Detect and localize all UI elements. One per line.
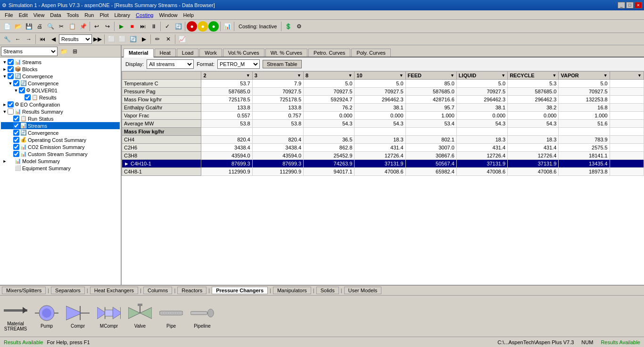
fwd-btn[interactable]: → [24,34,34,44]
col-dropdown-10[interactable]: ▼ [399,73,404,78]
check-streams-root[interactable] [8,59,14,65]
menu-run[interactable]: Run [82,11,97,19]
menu-help[interactable]: Help [181,11,197,19]
paste-btn[interactable]: 📌 [78,21,88,32]
stream-table-btn[interactable]: Stream Table [263,60,302,68]
menu-tools[interactable]: Tools [64,11,82,19]
tab-vol-curves[interactable]: Vol.% Curves [223,49,264,57]
tree-grid-btn[interactable]: ⊞ [70,46,80,57]
col-header-liquid[interactable]: LIQUID▼ [456,72,507,80]
tree-item-blocks[interactable]: ► 📦 Blocks [1,66,120,73]
menu-window[interactable]: Window [156,11,180,19]
col-header-extra[interactable]: ▼ [610,72,644,80]
expand-streams[interactable]: ▼ [2,59,8,65]
expand-custom-stream[interactable] [8,151,13,157]
expand-solver01[interactable]: ▼ [13,88,19,93]
stream-btn[interactable]: ● [187,21,197,32]
col-header-feed[interactable]: FEED▼ [405,72,456,80]
results-select[interactable]: Results [59,34,92,44]
expand-model-summary[interactable]: ► [2,158,8,164]
col-dropdown-vapor[interactable]: ▼ [603,73,608,78]
expand-equipment-summary[interactable] [2,165,8,171]
t3-btn[interactable]: 🔄 [128,34,138,44]
tab-mixers[interactable]: Mixers/Splitters [2,287,46,294]
tree-item-results-summary[interactable]: ▼ 📊 Results Summary [1,108,120,115]
tab-reactors[interactable]: Reactors [177,287,206,294]
first-btn[interactable]: ⏮ [37,34,48,44]
costing-btn[interactable]: 💲 [283,21,293,32]
table-row[interactable]: C3H843594.043594.025452.912726.430867.61… [122,152,644,160]
check-convergence[interactable] [8,73,14,79]
table-row[interactable]: Temperature C53.77.95.05.085.05.05.35.0 [122,80,644,88]
print-btn[interactable]: 🖨 [34,21,45,32]
tree-item-convergence[interactable]: ▼ 🔄 Convergence [1,73,120,80]
menu-file[interactable]: File [2,11,16,19]
t1-btn[interactable]: ⬜ [106,34,116,44]
tab-solids[interactable]: Solids [316,287,339,294]
save-btn[interactable]: 💾 [24,21,34,32]
unit-mcompr[interactable]: MCompr [97,304,121,329]
tab-user-models[interactable]: User Models [344,287,382,294]
col-dropdown-feed[interactable]: ▼ [450,73,454,78]
minimize-btn[interactable]: _ [618,2,625,8]
tree-item-convergence2[interactable]: 🔄 Convergence [1,129,120,136]
sensitivity-btn[interactable]: 📊 [222,21,232,32]
menu-edit[interactable]: Edit [16,11,31,19]
tree-item-results[interactable]: 📋 Results [1,94,120,101]
col-dropdown-extra[interactable]: ▼ [637,73,642,78]
new-btn[interactable]: 📄 [2,21,12,32]
table-row[interactable]: ► C4H10-187699.387699.374263.937131.9505… [122,160,644,168]
close2-btn[interactable]: ✕ [163,34,173,44]
expand-results[interactable] [19,95,25,100]
table-row[interactable]: Average MW53.853.854.354.353.454.354.351… [122,120,644,128]
col-dropdown-recycle[interactable]: ▼ [553,73,557,78]
preview-btn[interactable]: 🔍 [45,21,56,32]
col-header-10[interactable]: 10▼ [355,72,405,80]
expand-streams-sub[interactable] [8,123,13,129]
tree-item-run-status[interactable]: 📋 Run Status [1,115,120,122]
edit-btn[interactable]: ✏ [152,34,163,44]
tree-item-convergence-child[interactable]: ▼ 🔄 Convergence [1,80,120,87]
table-row[interactable]: CH4820.4820.436.518.3802.118.318.3783.9 [122,136,644,144]
expand-eo-config[interactable]: ► [2,102,8,107]
maximize-btn[interactable]: □ [626,2,634,8]
tree-item-streams-root[interactable]: ▼ 📊 Streams [1,58,120,66]
tree-item-equipment-summary[interactable]: ⬜ Equipment Summary [1,165,120,172]
data-table-container[interactable]: 2▼ 3▼ 8▼ 10▼ FEED▼ LIQUID▼ RECYCLE▼ VAPO… [122,71,644,285]
tree-item-eo-config[interactable]: ► ⚙ EO Configuration [1,101,120,108]
reinit-btn[interactable]: 🔄 [173,21,183,32]
tree-folder-btn[interactable]: 📁 [58,46,69,57]
check-blocks[interactable] [8,66,14,72]
format-select[interactable]: PETRO_M [217,59,260,69]
menu-plot[interactable]: Plot [97,11,111,19]
expand-run-status[interactable] [8,116,13,122]
menu-library[interactable]: Library [111,11,133,19]
prev-btn[interactable]: ◀ [48,34,58,44]
check-btn[interactable]: ✓ [162,21,173,32]
table-row[interactable]: C2H63438.43438.4862.8431.43007.0431.4431… [122,144,644,152]
tree-item-solver01[interactable]: ▼ ⚙ $OLVER01 [1,87,120,94]
expand-blocks[interactable]: ► [2,66,8,72]
expand-co2-emission[interactable] [8,144,13,150]
chart-btn[interactable]: 📈 [177,34,187,44]
close-btn[interactable]: ✕ [635,2,642,8]
table-row[interactable]: C4H8-1112990.9112990.994017.147008.66598… [122,168,644,176]
expand-operating-cost[interactable] [8,137,13,143]
stop-btn[interactable]: ■ [127,21,137,32]
col-dropdown-2[interactable]: ▼ [246,73,250,78]
col-header-recycle[interactable]: RECYCLE▼ [508,72,559,80]
tree-type-select[interactable]: Streams Blocks [1,47,58,56]
unit-material[interactable]: MaterialSTREAMS [4,301,27,331]
t2-btn[interactable]: ⬜ [117,34,127,44]
redo-btn[interactable]: ↪ [102,21,113,32]
col-dropdown-liquid[interactable]: ▼ [501,73,505,78]
check-results-summary[interactable] [8,108,14,115]
tree-item-custom-stream[interactable]: 📊 Custom Stream Summary [1,150,120,157]
tab-wt-curves[interactable]: Wt. % Curves [265,49,307,57]
unit-pump[interactable]: Pump [35,304,58,329]
menu-view[interactable]: View [31,11,48,19]
tab-heat[interactable]: Heat [155,49,176,57]
undo-btn[interactable]: ↩ [91,21,102,32]
table-row[interactable]: Pressure Pag587685.070927.570927.570927.… [122,88,644,96]
next-btn[interactable]: ▶▶ [92,34,103,44]
